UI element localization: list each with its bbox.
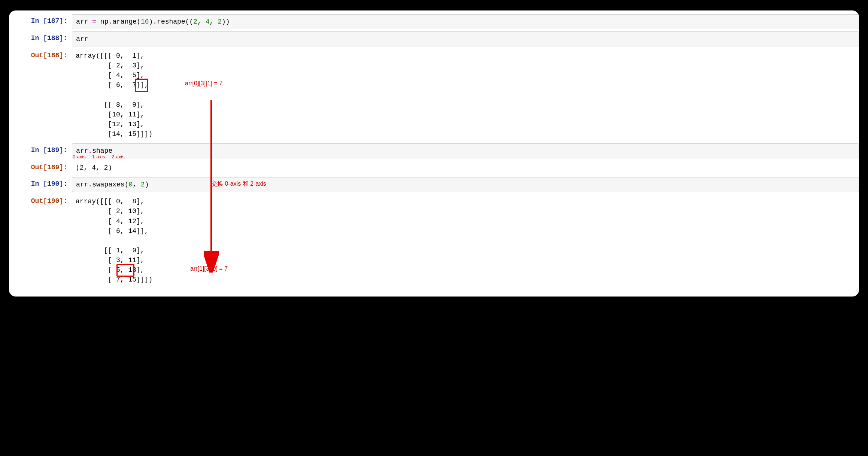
cell-in-190: In [190]: arr.swapaxes(0, 2) 交换 0-axis 和… <box>9 177 859 192</box>
prompt-out-189: Out[189]: <box>9 161 72 173</box>
cell-in-188: In [188]: arr <box>9 31 859 46</box>
cell-in-189: In [189]: arr.shape <box>9 143 859 158</box>
prompt-out-188: Out[188]: <box>9 49 72 61</box>
cell-out-188: Out[188]: array([[[ 0, 1], [ 2, 3], [ 4,… <box>9 49 859 141</box>
prompt-in-190: In [190]: <box>9 177 72 190</box>
code-input-188[interactable]: arr <box>72 31 859 46</box>
cell-in-187: In [187]: arr = np.arange(16).reshape((2… <box>9 14 859 29</box>
prompt-in-189: In [189]: <box>9 143 72 156</box>
output-188: array([[[ 0, 1], [ 2, 3], [ 4, 5], [ 6, … <box>72 49 859 141</box>
prompt-in-187: In [187]: <box>9 14 72 27</box>
output-189: (2, 4, 2) <box>72 161 859 175</box>
cell-out-189: Out[189]: (2, 4, 2) 0-axis 1-axis 2-axis <box>9 161 859 175</box>
cell-out-190: Out[190]: array([[[ 0, 8], [ 2, 10], [ 4… <box>9 194 859 287</box>
code-input-189[interactable]: arr.shape <box>72 143 859 158</box>
prompt-out-190: Out[190]: <box>9 194 72 207</box>
prompt-in-188: In [188]: <box>9 31 72 44</box>
notebook-frame: In [187]: arr = np.arange(16).reshape((2… <box>9 10 859 297</box>
code-input-187[interactable]: arr = np.arange(16).reshape((2, 4, 2)) <box>72 14 859 29</box>
code-input-190[interactable]: arr.swapaxes(0, 2) <box>72 177 859 192</box>
output-190: array([[[ 0, 8], [ 2, 10], [ 4, 12], [ 6… <box>72 194 859 287</box>
